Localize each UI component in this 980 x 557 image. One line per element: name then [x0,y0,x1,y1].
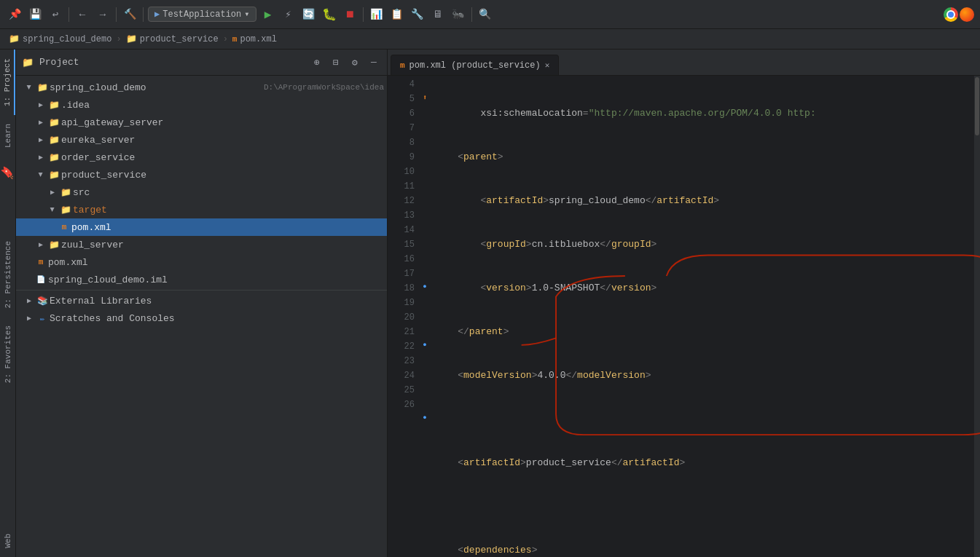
line-num-9: 9 [388,150,415,165]
sidebar-tab-learn[interactable]: Learn [0,115,15,157]
code-line-14: <dependencies> [429,543,974,557]
sidebar-tab-persistence[interactable]: 2: Persistence [0,232,15,317]
dropdown-arrow-icon: ▾ [244,9,249,20]
tree-item-product[interactable]: ▶ 📁 product_service [16,166,387,183]
editor-tabs: m pom.xml (product_service) ✕ [388,50,980,76]
project-collapse-icon[interactable]: ⊟ [329,55,343,70]
project-header-icons: ⊕ ⊟ ⚙ — [310,55,381,70]
breadcrumb-folder-icon-2: 📁 [126,33,137,44]
tree-icon-iml: 📄 [35,274,47,285]
gutter-marker-24: ● [420,411,429,425]
toolbar-back-icon[interactable]: ← [74,6,91,23]
project-panel-header: 📁 Project ⊕ ⊟ ⚙ — [16,50,387,76]
toolbar-sep-4 [363,7,364,22]
toolbar-build-icon[interactable]: 🔨 [121,6,138,23]
tree-icon-idea: 📁 [48,99,60,111]
toolbar-sep-2 [116,7,117,22]
line-num-5: 5 [388,92,415,106]
tree-label-src: src [73,187,384,198]
code-content[interactable]: xsi:schemaLocation="http://maven.apache.… [429,76,974,557]
tree-item-pom-root[interactable]: m pom.xml [16,253,387,271]
run-button[interactable]: ▶ [259,6,277,23]
tree-item-api-gateway[interactable]: ▶ 📁 api_gateway_server [16,114,387,131]
tree-arrow-zuul: ▶ [35,239,47,250]
tree-label-pom-root: pom.xml [48,257,384,268]
sidebar-tab-bookmarks[interactable]: 🔖 [0,157,15,189]
toolbar-stop-icon[interactable]: ⏹ [341,6,358,23]
breadcrumb-product[interactable]: product_service [140,34,219,44]
line-num-10: 10 [388,165,415,179]
tree-icon-src: 📁 [60,186,71,198]
toolbar-maven-icon[interactable]: 🔧 [409,6,426,23]
code-line-6: <artifactId>spring_cloud_demo</artifactI… [429,194,974,208]
tree-item-ext-libs[interactable]: ▶ 📚 External Libraries [16,292,387,309]
project-new-folder-icon[interactable]: ⊕ [310,55,324,70]
run-config-selector[interactable]: ▶ TestApplication ▾ [148,7,256,22]
toolbar-terminal-icon[interactable]: 🖥 [429,6,447,23]
browser-icons [944,7,974,22]
tab-close-icon[interactable]: ✕ [545,60,550,70]
line-num-20: 20 [388,310,415,325]
breadcrumb-sep-2: › [223,34,228,44]
toolbar-coverage-icon[interactable]: 📊 [368,6,385,23]
line-num-16: 16 [388,252,415,266]
line-num-4: 4 [388,77,415,92]
tree-item-root[interactable]: ▶ 📁 spring_cloud_demo D:\AProgramWorkSpa… [16,79,387,96]
tree-icon-ext: 📚 [36,295,48,307]
breadcrumb-root[interactable]: spring_cloud_demo [23,34,111,44]
tree-item-target[interactable]: ▶ 📁 target [16,201,387,218]
line-num-22: 22 [388,339,415,354]
tree-item-idea[interactable]: ▶ 📁 .idea [16,96,387,114]
project-settings-icon[interactable]: ⚙ [348,55,362,70]
tree-item-iml[interactable]: 📄 spring_cloud_demo.iml [16,271,387,288]
editor-tab-pom[interactable]: m pom.xml (product_service) ✕ [391,55,559,75]
tree-icon-eureka: 📁 [48,134,60,146]
project-minimize-icon[interactable]: — [366,55,381,70]
tree-arrow-idea: ▶ [35,99,47,111]
chrome-icon[interactable] [944,7,958,22]
tree-label-target: target [73,205,384,216]
line-num-6: 6 [388,106,415,121]
code-line-11 [429,412,974,427]
sidebar-tab-favorites[interactable]: 2: Favorites [0,317,15,392]
toolbar-undo-icon[interactable]: ↩ [47,6,64,23]
tree-item-order[interactable]: ▶ 📁 order_service [16,149,387,166]
toolbar-refresh-icon[interactable]: 🔄 [300,6,318,23]
toolbar-ant-icon[interactable]: 🐜 [450,6,467,23]
sidebar-tab-web[interactable]: Web [0,525,15,557]
tree-item-src[interactable]: ▶ 📁 src [16,183,387,201]
toolbar-forward-icon[interactable]: → [94,6,111,23]
firefox-icon[interactable] [960,7,974,22]
toolbar-plug-icon[interactable]: ⚡ [280,6,297,23]
tree-item-zuul[interactable]: ▶ 📁 zuul_server [16,236,387,253]
tree-label-iml: spring_cloud_demo.iml [48,274,384,285]
line-num-12: 12 [388,194,415,208]
toolbar-pin-icon[interactable]: 📌 [6,6,23,23]
toolbar-profile-icon[interactable]: 📋 [388,6,406,23]
project-tree: ▶ 📁 spring_cloud_demo D:\AProgramWorkSpa… [16,76,387,557]
breadcrumb-file[interactable]: pom.xml [240,34,276,44]
tree-item-scratches[interactable]: ▶ ✏ Scratches and Consoles [16,309,387,327]
code-editor: 4 5 6 7 8 9 10 11 12 13 14 15 16 17 18 1… [388,76,980,557]
tree-arrow-order: ▶ [35,151,47,163]
debug-button[interactable]: 🐛 [321,6,338,23]
tree-item-eureka[interactable]: ▶ 📁 eureka_server [16,131,387,149]
project-panel-title: Project [39,57,304,68]
gutter-marker-5: ⬆ [420,90,429,105]
scrollbar-thumb[interactable] [975,77,979,135]
line-numbers: 4 5 6 7 8 9 10 11 12 13 14 15 16 17 18 1… [388,76,420,557]
editor-scrollbar[interactable] [974,76,980,557]
code-line-5: <parent> [429,150,974,165]
code-line-8: <version>1.0-SNAPSHOT</version> [429,281,974,296]
sidebar-tab-project[interactable]: 1: Project [0,50,15,115]
tree-icon-root: 📁 [36,82,48,93]
toolbar-sep-1 [68,7,69,22]
line-num-23: 23 [388,354,415,368]
tree-item-pom-product[interactable]: m pom.xml [16,218,387,236]
toolbar-save-icon[interactable]: 💾 [26,6,44,23]
tree-label-ext: External Libraries [50,296,384,307]
line-num-8: 8 [388,135,415,150]
breadcrumb: 📁 spring_cloud_demo › 📁 product_service … [0,29,980,50]
code-line-12: <artifactId>product_service</artifactId> [429,456,974,470]
toolbar-search-icon[interactable]: 🔍 [477,6,494,23]
